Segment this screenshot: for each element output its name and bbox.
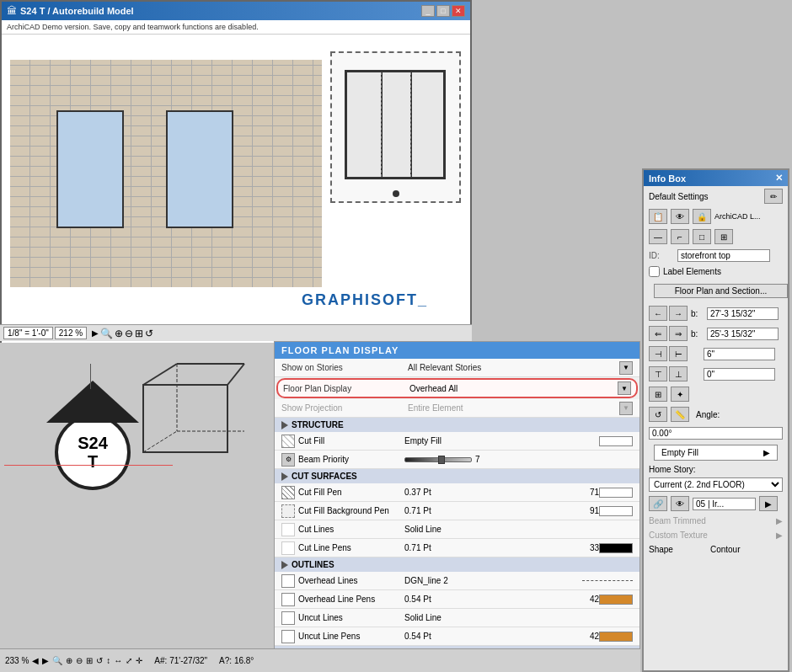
bottom-status-bar: 233 % ◀ ▶ 🔍 ⊕ ⊖ ⊞ ↺ ↕ ↔ ⤢ ✛ A#: 71'-27/3… xyxy=(0,648,640,672)
home-story-row: Home Story: xyxy=(644,463,788,476)
b1-input[interactable] xyxy=(707,307,779,320)
bottom-icon-2[interactable]: ▶ xyxy=(42,656,49,665)
geom-icon-2[interactable]: ✦ xyxy=(671,387,689,402)
info-box-title: Info Box ✕ xyxy=(644,170,788,186)
layer-link-icon[interactable]: 🔗 xyxy=(649,496,667,511)
empty-fill-row: Empty Fill ▶ xyxy=(649,445,783,461)
b-controls: ← → xyxy=(649,306,688,321)
layer-icon-1[interactable]: 📋 xyxy=(649,209,667,224)
cut-fill-swatch[interactable] xyxy=(599,436,633,446)
floor-plan-section-button[interactable]: Floor Plan and Section... xyxy=(654,284,788,298)
label-elements-checkbox[interactable] xyxy=(649,266,660,277)
empty-fill-arrow: ▶ xyxy=(763,448,770,457)
angle-input[interactable] xyxy=(649,427,783,440)
shape-icon-1[interactable]: — xyxy=(649,229,667,244)
w1-icon-2[interactable]: ⊢ xyxy=(669,346,688,361)
beam-priority-slider[interactable] xyxy=(404,457,472,462)
uncut-lines-value: Solid Line xyxy=(404,613,633,622)
label-elements-row: Label Elements xyxy=(644,264,788,279)
nav-icon-7[interactable]: ↔ xyxy=(114,656,122,665)
layer-icon-2[interactable]: 👁 xyxy=(671,209,689,224)
scale-display: 1/8" = 1'-0" xyxy=(3,327,53,339)
nav-icon-3[interactable]: ⊖ xyxy=(76,656,83,665)
zoom-display: 212 % xyxy=(55,327,87,339)
layer-icon-3[interactable]: 🔒 xyxy=(693,209,711,224)
beam-trimmed-label: Beam Trimmed xyxy=(649,516,706,525)
zoom-icon-3[interactable]: ⊖ xyxy=(125,328,133,339)
minimize-button[interactable]: _ xyxy=(421,5,435,17)
show-on-stories-icon[interactable]: ▼ xyxy=(619,361,633,375)
uncut-line-pens-swatch[interactable] xyxy=(599,632,633,642)
nav-icon-2[interactable]: ⊕ xyxy=(66,656,72,665)
show-on-stories-row: Show on Stories All Relevant Stories ▼ xyxy=(275,359,639,377)
cut-fill-bg-pen-row: Cut Fill Background Pen 0.71 Pt 91 xyxy=(275,502,639,520)
beam-line-1 xyxy=(381,72,383,177)
b1-label: b: xyxy=(691,309,704,318)
b2-icon-2[interactable]: ⇒ xyxy=(669,326,688,341)
shape-icon-4[interactable]: ⊞ xyxy=(714,229,733,244)
shape-icon-3[interactable]: □ xyxy=(693,229,711,244)
cut-fill-pen-row: Cut Fill Pen 0.37 Pt 71 xyxy=(275,483,639,502)
bottom-coord1: A#: 71'-27/32" xyxy=(154,656,207,665)
settings-icon-btn[interactable]: ✏ xyxy=(764,189,783,204)
fit-icon[interactable]: ⊞ xyxy=(135,328,143,339)
overhead-lines-value: DGN_line 2 xyxy=(404,576,579,585)
layer-vis-icon[interactable]: 👁 xyxy=(671,496,689,511)
b-icon-1[interactable]: ← xyxy=(649,306,667,321)
close-button[interactable]: ✕ xyxy=(452,5,465,17)
nav-icon-8[interactable]: ⤢ xyxy=(126,656,132,665)
cut-fill-bg-pen-swatch[interactable] xyxy=(599,506,633,516)
title-bar-left: 🏛 S24 T / Autorebuild Model xyxy=(7,5,134,17)
cut-fill-row: Cut Fill Empty Fill xyxy=(275,432,639,451)
fpd-icon[interactable]: ▼ xyxy=(618,381,631,395)
nav-icon-9[interactable]: ✛ xyxy=(136,656,142,665)
floor-plan-section-btn[interactable]: Floor Plan and Section... xyxy=(649,281,783,301)
overhead-line-pens-label: Overhead Line Pens xyxy=(295,595,404,604)
b-icon-2[interactable]: → xyxy=(669,306,688,321)
show-projection-icon[interactable]: ▼ xyxy=(619,402,633,415)
rotate-icon-1[interactable]: ↺ xyxy=(649,407,667,422)
fpd-value: Overhead All xyxy=(409,384,618,393)
bottom-zoom: 233 % xyxy=(5,656,29,665)
cut-line-pens-swatch[interactable] xyxy=(599,543,633,553)
uncut-line-pens-num: 42 xyxy=(578,632,599,641)
shape-icon-2[interactable]: ⌐ xyxy=(671,229,689,244)
nav-icon-5[interactable]: ↺ xyxy=(96,656,103,665)
overhead-line-pens-row: Overhead Line Pens 0.54 Pt 42 xyxy=(275,590,639,609)
show-projection-row: Show Projection Entire Element ▼ xyxy=(275,399,639,418)
info-box-close[interactable]: ✕ xyxy=(775,173,783,184)
layer-input[interactable] xyxy=(693,498,756,510)
nav-icon-4[interactable]: ⊞ xyxy=(86,656,93,665)
bottom-icon-1[interactable]: ◀ xyxy=(32,656,39,665)
overhead-line-pens-swatch[interactable] xyxy=(599,595,633,605)
custom-texture-label: Custom Texture xyxy=(649,531,708,540)
nav-icon-6[interactable]: ↕ xyxy=(106,656,110,665)
maximize-button[interactable]: □ xyxy=(436,5,450,17)
empty-fill-button[interactable]: Empty Fill ▶ xyxy=(654,445,778,461)
zoom-icon-2[interactable]: ⊕ xyxy=(115,328,123,339)
cut-lines-row: Cut Lines Solid Line xyxy=(275,520,639,539)
rotate-icon-2[interactable]: 📏 xyxy=(671,407,689,422)
angle-label: Angle: xyxy=(693,410,720,419)
cut-fill-pen-swatch[interactable] xyxy=(599,488,633,498)
home-story-dropdown[interactable]: Current (2. 2nd FLOOR) xyxy=(649,477,783,492)
b2-icon-1[interactable]: ⇐ xyxy=(649,326,667,341)
w2-icon-2[interactable]: ⊥ xyxy=(669,366,688,381)
window-opening-1 xyxy=(56,110,124,228)
w1-input[interactable] xyxy=(704,348,775,360)
cut-fill-pen-icon xyxy=(281,486,295,499)
w1-icon-1[interactable]: ⊣ xyxy=(649,346,667,361)
w2-input[interactable] xyxy=(704,368,775,381)
b2-input[interactable] xyxy=(707,328,779,340)
layer-more-icon[interactable]: ▶ xyxy=(759,496,778,511)
w2-icon-1[interactable]: ⊤ xyxy=(649,366,667,381)
id-input[interactable] xyxy=(677,249,770,262)
b1-row: ← → b: xyxy=(644,303,788,323)
zoom-icon-1[interactable]: 🔍 xyxy=(100,328,113,339)
refresh-icon[interactable]: ↺ xyxy=(145,328,153,339)
geom-icon-1[interactable]: ⊞ xyxy=(649,387,667,402)
nav-icon-1[interactable]: 🔍 xyxy=(52,656,62,665)
window-opening-2 xyxy=(166,110,233,228)
beam-priority-row: ⚙ Beam Priority 7 xyxy=(275,451,639,469)
home-story-label: Home Story: xyxy=(649,465,696,474)
